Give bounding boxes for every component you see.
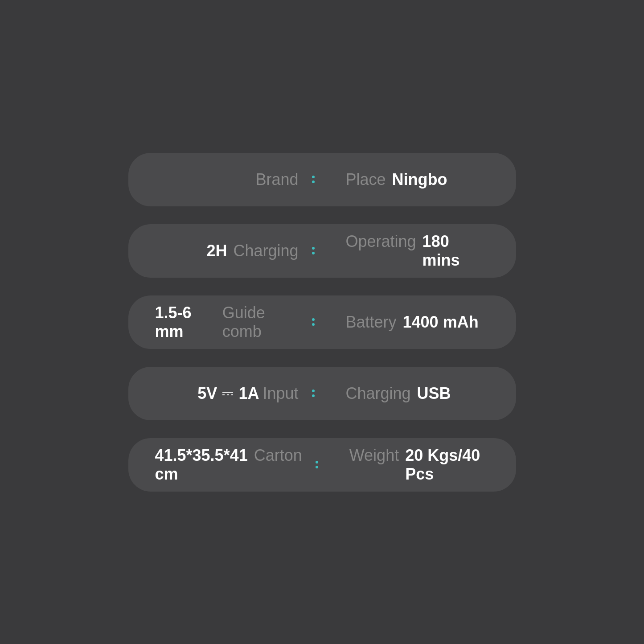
divider-1 xyxy=(312,176,315,183)
card-left-input: 5V 1A Input xyxy=(155,384,299,403)
guide-size-value: 1.5-6 mm xyxy=(155,304,216,341)
operating-label: Operating xyxy=(346,232,416,251)
card-left-carton: 41.5*35.5*41 cm Carton xyxy=(155,446,302,484)
battery-value: 1400 mAh xyxy=(403,313,479,332)
charging-usb-label: Charging xyxy=(346,384,411,403)
dot-bottom xyxy=(312,323,315,326)
place-value: Ningbo xyxy=(392,170,447,189)
current-value: 1A xyxy=(238,384,259,403)
carton-label: Carton xyxy=(254,446,302,465)
guide-comb-label: Guide comb xyxy=(222,304,299,341)
operating-value: 180 mins xyxy=(422,232,489,270)
card-brand-place: Brand Place Ningbo xyxy=(128,153,516,206)
dot-top xyxy=(312,247,315,250)
weight-value: 20 Kgs/40 Pcs xyxy=(405,446,489,484)
card-right-weight: Weight 20 Kgs/40 Pcs xyxy=(332,446,489,484)
dot-bottom xyxy=(312,252,315,254)
dc-line-solid xyxy=(222,392,233,393)
charging-time-value: 2H xyxy=(206,242,227,260)
card-right-battery: Battery 1400 mAh xyxy=(328,313,489,332)
dc-line-dashed xyxy=(222,394,233,395)
voltage-value: 5V xyxy=(197,384,217,403)
dc-symbol xyxy=(222,392,233,395)
card-right-charging-usb: Charging USB xyxy=(328,384,489,403)
card-left-guide: 1.5-6 mm Guide comb xyxy=(155,304,299,341)
card-left-brand: Brand xyxy=(155,170,299,189)
card-input-charging: 5V 1A Input Charging USB xyxy=(128,367,516,420)
divider-5 xyxy=(316,461,318,468)
dot-top xyxy=(312,390,315,392)
dot-bottom xyxy=(316,466,318,468)
input-label: Input xyxy=(263,384,298,403)
cards-container: Brand Place Ningbo 2H Charging Operating… xyxy=(128,153,516,492)
divider-2 xyxy=(312,247,315,254)
charging-label: Charging xyxy=(233,242,298,260)
card-left-charging: 2H Charging xyxy=(155,242,299,260)
weight-label: Weight xyxy=(349,446,399,465)
battery-label: Battery xyxy=(346,313,397,332)
dot-top xyxy=(312,176,315,178)
card-charging-operating: 2H Charging Operating 180 mins xyxy=(128,224,516,278)
card-right-operating: Operating 180 mins xyxy=(328,232,489,270)
divider-4 xyxy=(312,390,315,397)
card-carton-weight: 41.5*35.5*41 cm Carton Weight 20 Kgs/40 … xyxy=(128,438,516,492)
usb-value: USB xyxy=(417,384,451,403)
brand-label: Brand xyxy=(255,170,298,189)
divider-3 xyxy=(312,318,315,326)
card-guide-battery: 1.5-6 mm Guide comb Battery 1400 mAh xyxy=(128,295,516,349)
place-label: Place xyxy=(346,170,386,189)
dot-bottom xyxy=(312,180,315,183)
carton-size-value: 41.5*35.5*41 cm xyxy=(155,446,248,484)
card-right-place: Place Ningbo xyxy=(328,170,489,189)
dot-top xyxy=(312,318,315,321)
dot-bottom xyxy=(312,394,315,397)
dot-top xyxy=(316,461,318,464)
